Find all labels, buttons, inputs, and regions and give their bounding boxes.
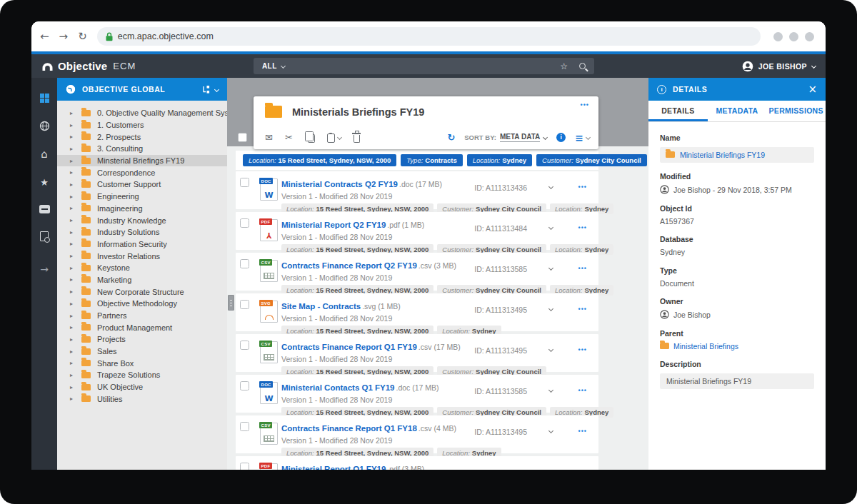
document-link[interactable]: Ministerial Contracts Q2 FY19 bbox=[281, 180, 398, 188]
row-checkbox[interactable] bbox=[240, 381, 249, 390]
expander-icon[interactable]: ▸ bbox=[70, 384, 81, 390]
filter-chip[interactable]: Type:Contracts bbox=[401, 154, 462, 166]
window-button[interactable] bbox=[789, 32, 798, 41]
document-link[interactable]: Ministerial Contacts Q1 FY19 bbox=[281, 383, 395, 392]
expander-icon[interactable]: ▸ bbox=[70, 313, 81, 319]
expander-icon[interactable]: ▸ bbox=[70, 348, 81, 355]
home-icon[interactable]: ⌂ bbox=[41, 149, 48, 160]
document-row[interactable]: DOC W Ministerial Contacts Q1 FY19.doc (… bbox=[236, 375, 598, 413]
expander-icon[interactable]: ▸ bbox=[70, 265, 81, 271]
apps-icon[interactable] bbox=[40, 94, 49, 103]
tab-details[interactable]: DETAILS bbox=[648, 101, 708, 121]
tab-permissions[interactable]: PERMISSIONS bbox=[766, 101, 826, 121]
document-row[interactable]: SVG Site Map - Contracts.svg (1 MB) Vers… bbox=[236, 293, 598, 331]
document-row[interactable]: PDF Y Ministerial Report Q2 FY19.pdf (1 … bbox=[236, 212, 598, 250]
tree-item[interactable]: ▸ Engineering bbox=[57, 191, 227, 203]
field-value[interactable]: Ministerial Briefings bbox=[673, 342, 738, 351]
document-link[interactable]: Site Map - Contracts bbox=[281, 302, 361, 311]
row-more-button[interactable]: ••• bbox=[578, 468, 587, 470]
info-icon[interactable]: i bbox=[556, 133, 566, 142]
document-link[interactable]: Ministerial Report Q2 FY19 bbox=[281, 221, 386, 229]
row-checkbox[interactable] bbox=[240, 422, 249, 431]
expander-icon[interactable]: ▸ bbox=[70, 360, 81, 366]
tree-item[interactable]: ▸ 2. Prospects bbox=[57, 131, 227, 143]
row-more-button[interactable]: ••• bbox=[578, 183, 587, 191]
expander-icon[interactable]: ▸ bbox=[70, 122, 81, 128]
tree-item[interactable]: ▸ Marketing bbox=[57, 274, 227, 286]
reload-icon[interactable]: ↻ bbox=[78, 30, 87, 43]
row-more-button[interactable]: ••• bbox=[578, 265, 587, 272]
document-row[interactable]: PDF Y Ministerial Report Q1 FY19.pdf (3 … bbox=[236, 456, 598, 470]
sort-by-control[interactable]: SORT BY: META DATA bbox=[464, 133, 547, 142]
tree-item[interactable]: ▸ Industry Solutions bbox=[57, 226, 227, 238]
row-more-button[interactable]: ••• bbox=[578, 224, 587, 231]
tree-item[interactable]: ▸ Minsterial Briefings FY19 bbox=[57, 155, 227, 167]
field-value[interactable]: Ministerial Briefings FY19 bbox=[680, 151, 765, 159]
delete-icon[interactable] bbox=[354, 135, 360, 143]
expander-icon[interactable]: ▸ bbox=[70, 158, 81, 164]
row-checkbox[interactable] bbox=[240, 300, 249, 309]
expander-icon[interactable]: ▸ bbox=[70, 301, 81, 307]
row-more-button[interactable]: ••• bbox=[578, 387, 587, 394]
clipboard-icon[interactable] bbox=[327, 133, 335, 143]
expander-icon[interactable]: ▸ bbox=[70, 288, 81, 295]
panel-resize-grip[interactable] bbox=[228, 295, 234, 311]
globe-icon[interactable] bbox=[39, 121, 50, 131]
select-all-checkbox[interactable] bbox=[238, 133, 247, 142]
email-icon[interactable]: ✉ bbox=[265, 133, 273, 142]
tree-item[interactable]: ▸ Objective Methodology bbox=[57, 298, 227, 310]
tree-item[interactable]: ▸ 1. Customers bbox=[57, 119, 227, 131]
window-button[interactable] bbox=[773, 32, 783, 41]
expander-icon[interactable]: ▸ bbox=[70, 110, 81, 116]
filter-chip[interactable]: Location:15 Reed Street, Sydney, NSW, 20… bbox=[243, 154, 396, 166]
expander-icon[interactable]: ▸ bbox=[70, 217, 81, 223]
document-link[interactable]: Contracts Finance Report Q1 FY19 bbox=[281, 343, 417, 351]
paste-menu[interactable] bbox=[327, 132, 341, 143]
row-more-button[interactable]: ••• bbox=[578, 306, 587, 313]
tree-view-icon[interactable] bbox=[202, 86, 211, 94]
expander-icon[interactable]: ▸ bbox=[70, 181, 81, 188]
address-bar[interactable]: ecm.apac.objective.com bbox=[97, 27, 761, 46]
user-menu[interactable]: JOE BISHOP bbox=[742, 54, 816, 78]
document-row[interactable]: CSV Contracts Finance Report Q1 FY18.csv… bbox=[236, 415, 598, 453]
tree-item[interactable]: ▸ Share Box bbox=[57, 357, 227, 369]
document-link[interactable]: Contracts Finance Report Q2 FY19 bbox=[281, 261, 417, 270]
document-row[interactable]: CSV Contracts Finance Report Q1 FY19.csv… bbox=[236, 334, 598, 372]
row-checkbox[interactable] bbox=[240, 218, 249, 228]
tree-item[interactable]: ▸ 3. Consulting bbox=[57, 143, 227, 155]
expander-icon[interactable]: ▸ bbox=[70, 229, 81, 236]
tree-view-caret-icon[interactable] bbox=[214, 86, 219, 91]
tab-metadata[interactable]: METADATA bbox=[708, 101, 767, 121]
filter-chip[interactable]: Location:Sydney bbox=[467, 154, 532, 166]
view-options-menu[interactable]: ≡ bbox=[575, 133, 590, 143]
expander-icon[interactable]: ▸ bbox=[70, 372, 81, 378]
expander-icon[interactable]: ▸ bbox=[70, 133, 81, 140]
expander-icon[interactable]: ▸ bbox=[70, 193, 81, 200]
window-button[interactable] bbox=[805, 32, 814, 41]
expander-icon[interactable]: ▸ bbox=[70, 324, 81, 331]
inbox-icon[interactable] bbox=[39, 205, 50, 213]
refresh-icon[interactable]: ↻ bbox=[447, 132, 455, 143]
expander-icon[interactable]: ▸ bbox=[70, 253, 81, 259]
tree-item[interactable]: ▸ Keystone bbox=[57, 262, 227, 274]
expander-icon[interactable]: ▸ bbox=[70, 205, 81, 211]
expand-rail-icon[interactable]: → bbox=[40, 263, 49, 275]
row-checkbox[interactable] bbox=[240, 341, 249, 350]
row-more-button[interactable]: ••• bbox=[578, 346, 587, 353]
expander-icon[interactable]: ▸ bbox=[70, 241, 81, 247]
folder-more-button[interactable]: ••• bbox=[581, 101, 589, 109]
tree-item[interactable]: ▸ Trapeze Solutions bbox=[57, 369, 227, 381]
tree-item[interactable]: ▸ Correspondence bbox=[57, 166, 227, 178]
row-checkbox[interactable] bbox=[240, 178, 249, 187]
copy-icon[interactable] bbox=[308, 134, 315, 143]
filter-chip[interactable]: Customer:Sydney City Council bbox=[536, 154, 647, 166]
tree-item[interactable]: ▸ Imagineering bbox=[57, 203, 227, 215]
document-row[interactable]: CSV Contracts Finance Report Q2 FY19.csv… bbox=[236, 253, 598, 291]
row-checkbox[interactable] bbox=[240, 259, 249, 268]
tree-item[interactable]: ▸ New Corporate Structure bbox=[57, 286, 227, 298]
expander-icon[interactable]: ▸ bbox=[70, 395, 81, 402]
favorites-icon[interactable]: ★ bbox=[40, 178, 49, 187]
tree-item[interactable]: ▸ Investor Relations bbox=[57, 250, 227, 262]
document-search-icon[interactable] bbox=[40, 231, 49, 241]
tree-item[interactable]: ▸ Information Security bbox=[57, 238, 227, 251]
